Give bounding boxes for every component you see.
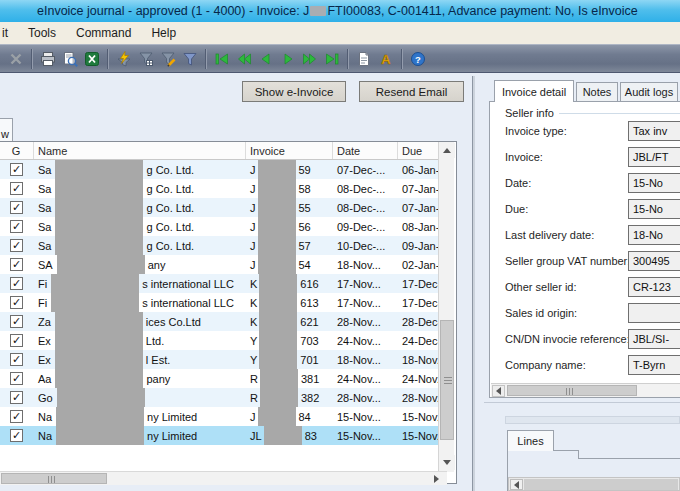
row-checkbox[interactable]: ✓	[10, 239, 23, 252]
table-row[interactable]: ✓ Nany Limited JL83 15-Nov... 15-Nov.	[0, 426, 438, 445]
table-row[interactable]: ✓ Zaices Co.Ltd K621 28-Nov... 28-Dec-	[0, 312, 438, 331]
vertical-scroll-thumb[interactable]	[440, 320, 454, 440]
row-checkbox[interactable]: ✓	[10, 372, 23, 385]
tab-audit-logs[interactable]: Audit logs	[620, 82, 678, 102]
field-input[interactable]: 18-No	[628, 225, 680, 245]
horizontal-scroll-thumb[interactable]	[1, 473, 107, 484]
help-icon[interactable]: ?	[407, 48, 429, 70]
row-checkbox[interactable]: ✓	[10, 334, 23, 347]
row-checkbox[interactable]: ✓	[10, 277, 23, 290]
menu-tools[interactable]: Tools	[18, 23, 66, 43]
field-input[interactable]: JBL/SI-	[628, 329, 680, 349]
due-cell: 02-Jan-2	[398, 255, 438, 274]
field-input[interactable]: 300495	[628, 251, 680, 271]
scroll-down-icon[interactable]	[439, 455, 455, 470]
invoice-cell: J59	[246, 160, 333, 179]
detail-scroll-thumb[interactable]	[507, 385, 637, 396]
menu-help[interactable]: Help	[141, 23, 186, 43]
last-record-icon[interactable]	[321, 48, 343, 70]
table-row[interactable]: ✓ Sag Co. Ltd. J56 09-Dec-... 08-Jan-2	[0, 217, 438, 236]
resend-email-button[interactable]: Resend Email	[359, 81, 464, 102]
date-cell: 17-Nov...	[333, 274, 398, 293]
date-cell: 15-Nov...	[333, 407, 398, 426]
tab-lines[interactable]: Lines	[507, 430, 554, 451]
column-header-name[interactable]: Name	[34, 142, 246, 159]
row-checkbox[interactable]: ✓	[10, 410, 23, 423]
show-einvoice-button[interactable]: Show e-Invoice	[242, 81, 346, 102]
menu-command[interactable]: Command	[66, 23, 141, 43]
name-prefix: Ex	[38, 354, 51, 366]
field-input[interactable]: T-Byrn	[628, 355, 680, 375]
detail-field-row: Last delivery date: 18-No	[490, 225, 680, 251]
previous-record-icon[interactable]	[255, 48, 277, 70]
name-cell: Exl Est.	[34, 350, 246, 369]
splitter-band[interactable]	[505, 416, 680, 424]
lines-panel-scrollbar[interactable]	[508, 477, 680, 491]
panel-divider[interactable]	[472, 76, 475, 491]
row-checkbox[interactable]: ✓	[10, 163, 23, 176]
filter-icon[interactable]	[179, 48, 201, 70]
column-header-invoice[interactable]: Invoice	[246, 142, 333, 159]
row-checkbox[interactable]: ✓	[10, 296, 23, 309]
table-row[interactable]: ✓ Aapany R381 24-Nov... 24-Nov.	[0, 369, 438, 388]
field-input[interactable]	[628, 303, 680, 323]
field-input[interactable]: CR-123	[628, 277, 680, 297]
table-row[interactable]: ✓ ExLtd. Y703 24-Nov... 24-Dec-	[0, 331, 438, 350]
row-checkbox[interactable]: ✓	[10, 182, 23, 195]
column-header-date[interactable]: Date	[333, 142, 398, 159]
first-record-icon[interactable]	[211, 48, 233, 70]
row-checkbox[interactable]: ✓	[10, 201, 23, 214]
tab-invoice-detail[interactable]: Invoice detail	[494, 80, 574, 102]
table-row[interactable]: ✓ Go R382 28-Nov... 28-Nov.	[0, 388, 438, 407]
invoice-cell: JL83	[246, 426, 333, 445]
detail-panel-scrollbar[interactable]	[491, 383, 680, 397]
invoice-prefix: J	[250, 411, 256, 423]
table-row[interactable]: ✓ SAany J54 18-Nov... 02-Jan-2	[0, 255, 438, 274]
table-row[interactable]: ✓ Sag Co. Ltd. J58 08-Dec-... 07-Jan-2	[0, 179, 438, 198]
table-row[interactable]: ✓ Sag Co. Ltd. J59 07-Dec-... 06-Jan-2	[0, 160, 438, 179]
tab-overview-partial[interactable]: w	[0, 118, 13, 142]
table-row[interactable]: ✓ Sag Co. Ltd. J57 10-Dec-... 09-Jan-2	[0, 236, 438, 255]
menu-edit[interactable]: it	[0, 23, 18, 43]
lines-scroll-thumb[interactable]	[524, 479, 678, 490]
field-input[interactable]: JBL/FT	[628, 147, 680, 167]
column-header-g[interactable]: G	[0, 142, 34, 159]
field-input[interactable]: 15-No	[628, 199, 680, 219]
delete-icon[interactable]	[5, 48, 27, 70]
table-row[interactable]: ✓ Sag Co. Ltd. J55 08-Dec-... 07-Jan-2	[0, 198, 438, 217]
table-row[interactable]: ✓ Nany Limited J84 15-Nov... 15-Nov.	[0, 407, 438, 426]
redaction-blob	[55, 331, 143, 350]
row-checkbox[interactable]: ✓	[10, 429, 23, 442]
grid-vertical-scrollbar[interactable]	[438, 142, 454, 472]
grid-horizontal-scrollbar[interactable]	[0, 471, 447, 485]
table-row[interactable]: ✓ Fis international LLC K613 17-Nov... 1…	[0, 293, 438, 312]
print-preview-icon[interactable]	[59, 48, 81, 70]
scroll-left-icon[interactable]	[492, 385, 505, 397]
row-checkbox[interactable]: ✓	[10, 315, 23, 328]
previous-page-icon[interactable]	[233, 48, 255, 70]
filter-pencil-icon[interactable]	[157, 48, 179, 70]
tab-notes[interactable]: Notes	[576, 82, 618, 102]
print-icon[interactable]	[37, 48, 59, 70]
row-checkbox[interactable]: ✓	[10, 258, 23, 271]
scroll-right-icon[interactable]	[427, 472, 445, 485]
scroll-left-icon[interactable]	[510, 479, 523, 490]
redaction-blob	[258, 160, 296, 179]
table-row[interactable]: ✓ Fis international LLC K616 17-Nov... 1…	[0, 274, 438, 293]
column-header-due[interactable]: Due	[398, 142, 438, 159]
filter-grid-icon[interactable]	[135, 48, 157, 70]
field-input[interactable]: Tax inv	[628, 121, 680, 141]
export-excel-icon[interactable]	[81, 48, 103, 70]
filter-lightning-icon[interactable]	[113, 48, 135, 70]
row-checkbox[interactable]: ✓	[10, 353, 23, 366]
name-suffix: l Est.	[146, 354, 170, 366]
next-record-icon[interactable]	[277, 48, 299, 70]
table-row[interactable]: ✓ Exl Est. Y701 18-Nov... 18-Nov.	[0, 350, 438, 369]
row-checkbox[interactable]: ✓	[10, 220, 23, 233]
field-input[interactable]: 15-No	[628, 173, 680, 193]
alert-icon[interactable]: A	[375, 48, 397, 70]
document-icon[interactable]	[353, 48, 375, 70]
next-page-icon[interactable]	[299, 48, 321, 70]
scroll-up-icon[interactable]	[439, 143, 455, 158]
row-checkbox[interactable]: ✓	[10, 391, 23, 404]
